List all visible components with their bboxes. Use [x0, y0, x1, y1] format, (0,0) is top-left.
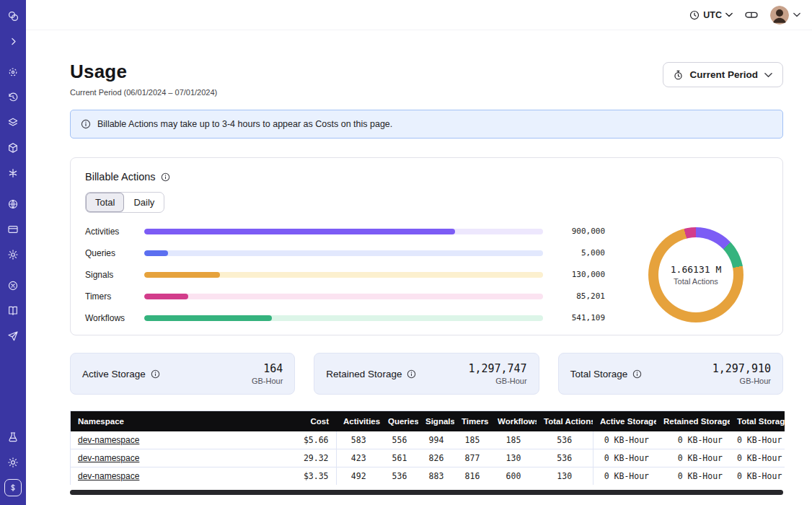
table-cell: 423 — [336, 449, 381, 467]
table-cell: 185 — [454, 431, 490, 449]
bar-row: Signals 130,000 — [85, 269, 605, 280]
goggles-icon[interactable] — [745, 10, 758, 19]
bar-fill — [144, 229, 455, 234]
retained-storage-card: Retained Storage 1,297,747 GB-Hour — [314, 353, 539, 395]
storage-card-value: 164 — [252, 362, 283, 375]
table-cell: 0 KB-Hour — [730, 467, 785, 486]
page-header: Usage Current Period (06/01/2024 – 07/01… — [70, 61, 783, 97]
billable-actions-chart: Activities 900,000 Queries 5,000 Signals… — [85, 226, 768, 323]
table-body: dev-namespace$5.665835569941851855360 KB… — [71, 431, 785, 485]
column-header-namespace: Namespace — [71, 411, 286, 431]
namespaces-icon[interactable] — [4, 63, 22, 81]
main-column: UTC Usage Current Period (06/01/2024 – 0… — [26, 0, 812, 505]
sidebar-expand-chevron-right-icon[interactable] — [4, 32, 22, 50]
bar-fill — [144, 315, 272, 321]
period-button-label: Current Period — [689, 69, 758, 80]
tab-total[interactable]: Total — [86, 193, 124, 212]
timezone-selector[interactable]: UTC — [689, 10, 733, 20]
page-subtitle: Current Period (06/01/2024 – 07/01/2024) — [70, 88, 217, 97]
column-header-signals: Signals — [418, 411, 454, 431]
asterisk-icon[interactable] — [4, 164, 22, 182]
bar-label: Workflows — [85, 313, 134, 323]
sun-icon[interactable] — [4, 454, 22, 471]
column-header-workflows: Workflows — [490, 411, 537, 431]
table-cell: 826 — [418, 449, 454, 467]
send-icon[interactable] — [4, 328, 22, 345]
info-icon[interactable] — [151, 369, 160, 379]
bar-value: 85,201 — [553, 291, 605, 301]
bar-fill — [144, 250, 168, 256]
table-scrollbar[interactable] — [70, 490, 783, 495]
bar-row: Timers 85,201 — [85, 291, 605, 302]
topbar: UTC — [26, 0, 812, 30]
table-cell: 0 KB-Hour — [656, 449, 730, 467]
storage-card-value: 1,297,747 — [468, 362, 526, 375]
lab-flask-icon[interactable] — [4, 429, 22, 446]
docs-book-icon[interactable] — [4, 302, 22, 320]
column-header-total-storage: Total Storage — [730, 411, 785, 431]
table-cell: 492 — [336, 467, 381, 486]
column-header-queries: Queries — [381, 411, 418, 431]
history-icon[interactable] — [4, 89, 22, 106]
avatar — [770, 6, 789, 25]
user-menu[interactable] — [770, 6, 800, 25]
table-cell: dev-namespace — [71, 467, 286, 486]
billing-card-icon[interactable] — [4, 221, 22, 238]
layers-icon[interactable] — [4, 114, 22, 131]
info-icon[interactable] — [161, 172, 170, 182]
sidebar-nav — [0, 0, 26, 505]
cube-icon[interactable] — [4, 139, 22, 157]
bar-value: 541,109 — [553, 313, 605, 322]
namespace-link[interactable]: dev-namespace — [78, 471, 139, 481]
bar-track — [144, 250, 543, 256]
billable-actions-title: Billable Actions — [85, 171, 768, 183]
column-header-active-storage: Active Storage — [593, 411, 656, 431]
table-header-row: NamespaceCostActivitiesQueriesSignalsTim… — [71, 411, 785, 431]
globe-icon[interactable] — [4, 196, 22, 213]
bar-row: Activities 900,000 — [85, 226, 605, 237]
tab-daily[interactable]: Daily — [124, 193, 164, 212]
bar-track — [144, 272, 543, 278]
table-cell: 536 — [537, 431, 593, 449]
column-header-timers: Timers — [454, 411, 490, 431]
storage-cards-row: Active Storage 164 GB-Hour Retained Stor… — [70, 353, 783, 395]
column-header-total-actions: Total Actions — [537, 411, 593, 431]
period-selector-button[interactable]: Current Period — [663, 62, 783, 87]
storage-card-label: Retained Storage — [326, 369, 402, 379]
page-title: Usage — [70, 61, 217, 83]
settings-gear-icon[interactable] — [4, 246, 22, 263]
temporal-logo-icon[interactable] — [4, 7, 22, 25]
card-title-text: Billable Actions — [85, 171, 156, 183]
storage-card-label: Active Storage — [82, 369, 146, 379]
bar-label: Timers — [85, 291, 134, 302]
table-cell: 185 — [490, 431, 537, 449]
bar-value: 130,000 — [553, 270, 605, 279]
column-header-activities: Activities — [336, 411, 381, 431]
namespace-link[interactable]: dev-namespace — [78, 453, 139, 463]
namespace-link[interactable]: dev-namespace — [78, 435, 139, 445]
table-cell: 994 — [418, 431, 454, 449]
timezone-label: UTC — [703, 10, 722, 20]
column-header-cost: Cost — [286, 411, 336, 431]
donut-ring: 1.66131 M Total Actions — [648, 227, 743, 322]
bar-label: Queries — [85, 248, 134, 258]
info-icon[interactable] — [632, 369, 642, 379]
stopwatch-icon — [674, 70, 683, 80]
info-icon[interactable] — [407, 369, 416, 379]
table-cell: 0 KB-Hour — [656, 431, 730, 449]
clock-icon — [689, 10, 700, 20]
table-cell: 536 — [537, 449, 593, 467]
storage-card-unit: GB-Hour — [252, 377, 283, 385]
bar-chart: Activities 900,000 Queries 5,000 Signals… — [85, 226, 605, 323]
bar-track — [144, 294, 543, 299]
usage-dollar-icon[interactable] — [4, 479, 22, 496]
storage-card-label: Total Storage — [570, 369, 628, 379]
table-cell: 29.32 — [286, 449, 336, 467]
bar-value: 900,000 — [553, 227, 605, 236]
cancel-circle-icon[interactable] — [4, 277, 22, 294]
donut-chart: 1.66131 M Total Actions — [624, 227, 768, 322]
table-cell: $3.35 — [286, 467, 336, 486]
storage-card-unit: GB-Hour — [468, 377, 526, 385]
info-banner: Billable Actions may take up to 3-4 hour… — [70, 110, 783, 139]
table-cell: 130 — [490, 449, 537, 467]
